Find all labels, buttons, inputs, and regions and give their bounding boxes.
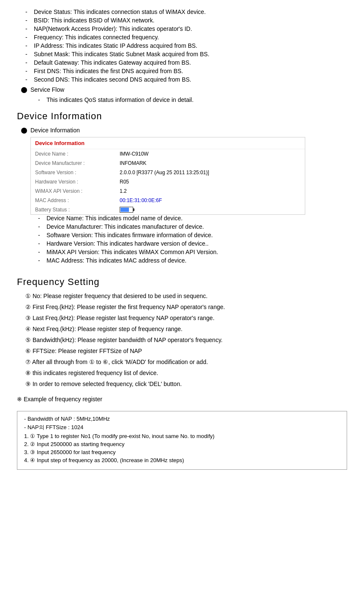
device-info-value: R05 [115, 177, 305, 186]
frequency-list-item: ⑨ In order to remove selected frequency,… [25, 381, 347, 387]
device-info-circle-label: Device Information [30, 127, 80, 134]
device-info-row: WiMAX API Version :1.2 [31, 186, 305, 196]
device-information-title: Device Information [17, 111, 347, 122]
device-sub-bullet-item: Device Name: This indicates model name o… [38, 215, 347, 222]
device-sub-bullet-item: MiMAX API Version: This indicates WiMAX … [38, 249, 347, 255]
device-info-value: 2.0.0.0 [R3377 (Aug 25 2011 13:25:01)] [115, 168, 305, 177]
device-info-label: Device Manufacturer : [31, 159, 115, 168]
frequency-list-item: ④ Next Freq.(kHz): Please register step … [25, 326, 347, 332]
device-sub-bullet-item: Hardware Version: This indicates hardwar… [38, 240, 347, 247]
device-info-label: WiMAX API Version : [31, 186, 115, 196]
device-info-circle: Device Information [21, 127, 347, 134]
frequency-list: ① No: Please register frequency that des… [25, 293, 347, 387]
example-line: - NAP의 FFTSize : 1024 [24, 424, 340, 431]
device-info-label: Hardware Version : [31, 177, 115, 186]
device-info-row: Software Version :2.0.0.0 [R3377 (Aug 25… [31, 168, 305, 177]
device-sub-bullet-item: Software Version: This indicates firmwar… [38, 232, 347, 238]
device-info-row: Device Manufacturer :INFOMARK [31, 159, 305, 168]
device-info-row: Device Name :IMW-C910W [31, 149, 305, 159]
frequency-list-item: ① No: Please register frequency that des… [25, 293, 347, 299]
intro-bullets-list: Device Status: This indicates connection… [25, 8, 347, 83]
device-info-row: Hardware Version :R05 [31, 177, 305, 186]
device-info-box-header: Device Information [31, 137, 305, 149]
intro-bullet-item: Device Status: This indicates connection… [25, 8, 347, 15]
intro-bullet-item: Second DNS: This indicates second DNS ac… [25, 76, 347, 83]
service-flow-bullet-item: This indicates QoS status information of… [38, 96, 347, 103]
battery-fill [120, 208, 129, 212]
device-info-value: IMW-C910W [115, 149, 305, 159]
service-flow-label: Service Flow [30, 86, 64, 93]
frequency-list-item: ⑤ Bandwidth(kHz): Please register bandwi… [25, 337, 347, 343]
device-sub-bullet-item: MAC Address: This indicates MAC address … [38, 257, 347, 264]
device-info-value: INFOMARK [115, 159, 305, 168]
frequency-list-item: ⑧ this indicates registered frequency li… [25, 370, 347, 376]
service-flow-bullets: This indicates QoS status information of… [38, 96, 347, 103]
device-info-row: Battery Status : [31, 205, 305, 214]
device-sub-bullet-item: Device Manufacturer: This indicates manu… [38, 223, 347, 230]
intro-bullet-item: BSID: This indicates BSID of WiMAX netwo… [25, 17, 347, 24]
battery-outer [120, 207, 133, 213]
intro-bullet-item: Default Gateway: This indicates Gateway … [25, 59, 347, 66]
service-flow-section: Service Flow [21, 86, 347, 93]
intro-bullet-item: IP Address: This indicates Static IP Add… [25, 42, 347, 49]
example-line: 4. ④ Input step of frequency as 20000, (… [24, 457, 340, 463]
intro-bullet-item: First DNS: This indicates the first DNS … [25, 68, 347, 74]
frequency-list-item: ⑦ After all through from ① to ⑥, click '… [25, 359, 347, 365]
circle-bullet-icon [21, 87, 27, 93]
device-info-label: Battery Status : [31, 205, 115, 214]
example-line: - Bandwidth of NAP : 5MHz,10MHz [24, 416, 340, 422]
frequency-list-item: ⑥ FFTSize: Please register FFTSize of NA… [25, 348, 347, 354]
frequency-setting-title: Frequency Setting [17, 277, 347, 288]
device-sub-bullets: Device Name: This indicates model name o… [38, 215, 347, 264]
device-info-box: Device Information Device Name :IMW-C910… [30, 137, 305, 215]
device-info-value: 00:1E:31:00:0E:6F [115, 196, 305, 205]
intro-bullet-item: Frequency: This indicates connected freq… [25, 34, 347, 41]
device-info-label: MAC Address : [31, 196, 115, 205]
device-info-value: 1.2 [115, 186, 305, 196]
intro-bullet-item: NAP(Network Access Provider): This indic… [25, 25, 347, 32]
frequency-list-item: ② First Freq.(kHz): Please register the … [25, 304, 347, 310]
device-info-row: MAC Address :00:1E:31:00:0E:6F [31, 196, 305, 205]
example-line: 1. ① Type 1 to register No1 (To modify p… [24, 433, 340, 439]
device-info-value [115, 205, 305, 214]
example-note: ※ Example of frequency register [17, 396, 347, 403]
intro-bullet-item: Subnet Mask: This indicates Static Subne… [25, 51, 347, 58]
device-info-label: Software Version : [31, 168, 115, 177]
battery-indicator [120, 207, 301, 213]
example-line: 2. ② Input 2500000 as starting frequency [24, 441, 340, 447]
circle-bullet-icon-2 [21, 128, 27, 134]
device-info-label: Device Name : [31, 149, 115, 159]
example-box: - Bandwidth of NAP : 5MHz,10MHz- NAP의 FF… [17, 411, 347, 470]
example-line: 3. ③ Input 2650000 for last frequency [24, 449, 340, 455]
device-info-table: Device Name :IMW-C910WDevice Manufacture… [31, 149, 305, 214]
frequency-list-item: ③ Last Freq.(kHz): Please register last … [25, 315, 347, 321]
